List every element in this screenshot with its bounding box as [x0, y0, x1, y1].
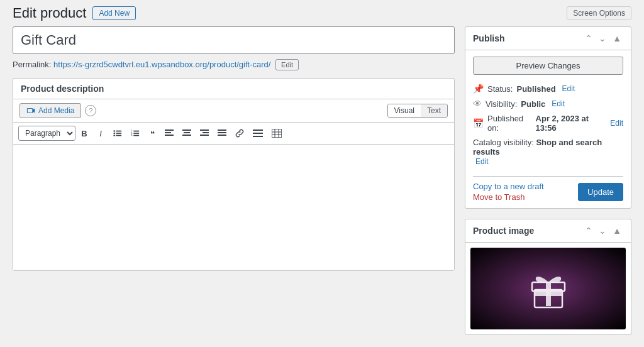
product-image-panel-controls: ⌃ ⌄ ▲	[583, 224, 623, 237]
product-image-body	[465, 243, 631, 334]
visibility-label: Visibility:	[486, 99, 517, 109]
publish-actions: Copy to a new draft Move to Trash Update	[473, 176, 623, 202]
help-icon[interactable]: ?	[85, 105, 96, 116]
blockquote-button[interactable]: ❝	[145, 126, 160, 141]
format-toolbar: Paragraph B I 1.2.3. ❝	[13, 123, 454, 145]
svg-rect-5	[116, 133, 121, 134]
align-left-button[interactable]	[161, 127, 177, 140]
visibility-row: 👁 Visibility: Public Edit	[473, 96, 623, 111]
horizontal-rule-button[interactable]	[249, 127, 267, 140]
publish-panel: Publish ⌃ ⌄ ▲ Preview Changes 📌 Status: …	[465, 26, 631, 209]
svg-rect-27	[218, 132, 226, 133]
product-image-panel-header: Product image ⌃ ⌄ ▲	[465, 219, 631, 243]
unordered-list-icon	[113, 129, 122, 138]
status-row: 📌 Status: Published Edit	[473, 81, 623, 96]
product-title-input[interactable]	[13, 26, 455, 54]
link-button[interactable]	[231, 126, 248, 140]
align-left-icon	[165, 129, 174, 137]
svg-rect-14	[165, 129, 174, 131]
align-center-button[interactable]	[179, 127, 195, 140]
product-image-collapse-up-button[interactable]: ⌃	[583, 224, 594, 237]
svg-rect-24	[200, 135, 209, 136]
svg-rect-0	[27, 109, 32, 113]
sidebar: Publish ⌃ ⌄ ▲ Preview Changes 📌 Status: …	[465, 26, 631, 345]
product-image-panel: Product image ⌃ ⌄ ▲	[465, 219, 631, 335]
permalink-url[interactable]: https://s-grzrd5cwdtvrl.eu1.wpsandbox.or…	[53, 60, 270, 69]
svg-point-2	[113, 130, 115, 132]
product-image-close-button[interactable]: ▲	[611, 224, 623, 237]
product-image-collapse-down-button[interactable]: ⌄	[597, 224, 608, 237]
view-tabs: Visual Text	[387, 104, 448, 118]
paragraph-select[interactable]: Paragraph	[18, 126, 75, 141]
bold-button[interactable]: B	[77, 126, 92, 141]
status-value: Published	[516, 84, 555, 94]
permalink-label: Permalink:	[13, 60, 51, 69]
table-button[interactable]	[268, 126, 286, 140]
permalink-bar: Permalink: https://s-grzrd5cwdtvrl.eu1.w…	[13, 59, 455, 70]
svg-rect-11	[133, 133, 139, 134]
ordered-list-icon: 1.2.3.	[131, 129, 140, 138]
svg-rect-13	[133, 135, 139, 136]
catalog-edit-link[interactable]: Edit	[475, 157, 489, 166]
published-row: 📅 Published on: Apr 2, 2023 at 13:56 Edi…	[473, 111, 623, 135]
update-button[interactable]: Update	[578, 183, 623, 201]
published-value: Apr 2, 2023 at 13:56	[536, 114, 604, 133]
publish-close-button[interactable]: ▲	[611, 32, 623, 45]
publish-collapse-down-button[interactable]: ⌄	[597, 32, 608, 45]
svg-rect-23	[203, 132, 209, 133]
table-icon	[272, 129, 282, 138]
gift-card-background	[470, 248, 626, 329]
align-center-icon	[182, 129, 191, 137]
add-media-button[interactable]: Add Media	[19, 103, 81, 118]
svg-point-4	[113, 133, 115, 135]
svg-rect-3	[116, 131, 121, 132]
add-new-button[interactable]: Add New	[92, 6, 136, 20]
product-image-preview[interactable]	[470, 248, 626, 329]
move-trash-link[interactable]: Move to Trash	[473, 192, 544, 202]
svg-rect-9	[133, 131, 139, 132]
align-justify-icon	[218, 129, 226, 137]
svg-text:3.: 3.	[131, 133, 133, 136]
screen-options-button[interactable]: Screen Options	[567, 6, 631, 20]
svg-rect-16	[165, 135, 174, 136]
status-icon: 📌	[473, 84, 484, 94]
editor-content-area[interactable]	[13, 145, 454, 270]
preview-changes-button[interactable]: Preview Changes	[473, 57, 623, 75]
catalog-label: Catalog visibility:	[473, 138, 534, 147]
status-edit-link[interactable]: Edit	[562, 84, 575, 93]
published-edit-link[interactable]: Edit	[610, 119, 623, 128]
publish-collapse-up-button[interactable]: ⌃	[583, 32, 594, 45]
page-title: Edit product	[13, 5, 86, 21]
unordered-list-button[interactable]	[109, 126, 126, 140]
text-tab[interactable]: Text	[421, 104, 447, 117]
product-description-editor: Product description Add Media ? Visual T…	[13, 78, 455, 271]
italic-button[interactable]: I	[93, 126, 108, 141]
editor-toolbar-row: Add Media ? Visual Text	[13, 99, 454, 123]
svg-rect-32	[253, 136, 263, 137]
publish-panel-body: Preview Changes 📌 Status: Published Edit…	[465, 50, 631, 208]
svg-rect-33	[272, 129, 282, 138]
align-right-button[interactable]	[196, 127, 213, 140]
publish-panel-header: Publish ⌃ ⌄ ▲	[465, 27, 631, 50]
visual-tab[interactable]: Visual	[388, 104, 421, 117]
copy-draft-link[interactable]: Copy to a new draft	[473, 182, 544, 191]
visibility-icon: 👁	[473, 99, 482, 109]
publish-left-actions: Copy to a new draft Move to Trash	[473, 182, 544, 202]
svg-rect-15	[165, 132, 171, 133]
editor-header: Product description	[13, 79, 454, 99]
add-media-icon	[26, 106, 35, 115]
published-label: Published on:	[487, 114, 532, 133]
permalink-edit-button[interactable]: Edit	[275, 59, 299, 70]
svg-rect-22	[200, 129, 209, 131]
svg-rect-19	[184, 132, 190, 133]
svg-rect-30	[253, 129, 263, 131]
ordered-list-button[interactable]: 1.2.3.	[127, 126, 143, 140]
svg-rect-7	[116, 135, 121, 136]
visibility-edit-link[interactable]: Edit	[552, 99, 565, 108]
align-right-icon	[200, 129, 209, 137]
publish-panel-title: Publish	[473, 33, 505, 43]
svg-rect-31	[253, 133, 263, 134]
catalog-visibility-row: Catalog visibility: Shop and search resu…	[473, 135, 623, 171]
align-justify-button[interactable]	[214, 127, 230, 140]
svg-point-6	[113, 135, 115, 136]
